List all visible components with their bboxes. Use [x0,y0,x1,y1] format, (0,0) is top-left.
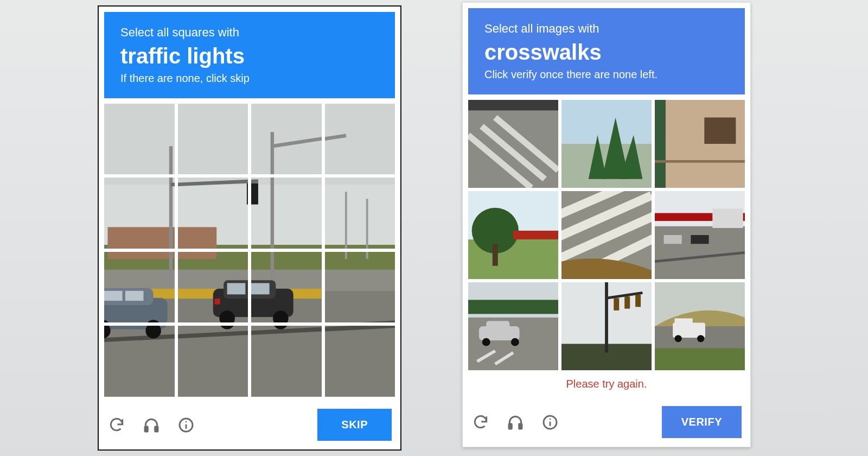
grid-tile[interactable] [178,178,248,249]
svg-rect-38 [561,100,652,144]
grid-tile[interactable] [251,104,322,175]
svg-point-32 [186,421,187,422]
svg-rect-28 [145,426,148,431]
header-instruction: Select all images with [484,21,729,36]
svg-rect-75 [624,296,630,308]
svg-rect-58 [664,235,682,244]
svg-rect-37 [468,100,558,110]
svg-rect-85 [519,423,522,428]
grid-tile[interactable] [468,282,558,370]
svg-rect-41 [655,100,666,188]
captcha-header: Select all images with crosswalks Click … [468,8,745,94]
grid-tile[interactable] [655,191,745,279]
grid-tile[interactable] [178,104,248,175]
grid-tile[interactable] [561,282,652,370]
captcha-panel-traffic-lights: Select all squares with traffic lights I… [98,5,401,451]
grid-tile[interactable] [325,178,395,249]
headphones-icon[interactable] [142,416,161,434]
captcha-footer: SKIP [104,403,395,444]
svg-rect-29 [155,426,158,431]
captcha-header: Select all squares with traffic lights I… [104,12,395,98]
grid-tile[interactable] [561,191,652,279]
headphones-icon[interactable] [506,413,525,432]
info-icon[interactable] [177,416,195,434]
header-subject: traffic lights [120,42,379,69]
header-subject: crosswalks [484,39,729,66]
svg-point-67 [511,338,519,346]
grid-tile[interactable] [655,100,745,188]
svg-point-83 [697,335,704,342]
svg-point-66 [482,338,490,346]
grid-tile[interactable] [178,326,248,397]
svg-point-82 [675,335,682,342]
header-subtext: If there are none, click skip [120,72,379,85]
svg-rect-81 [675,318,693,326]
svg-rect-74 [614,298,619,311]
svg-rect-65 [486,321,509,330]
captcha-footer: VERIFY [468,401,745,441]
grid-tile[interactable] [251,326,322,397]
grid-tile[interactable] [655,282,745,370]
grid-tile[interactable] [325,252,395,323]
info-icon[interactable] [541,413,559,432]
refresh-icon[interactable] [471,413,490,432]
grid-tile[interactable] [104,326,175,397]
grid-tile[interactable] [104,178,175,249]
svg-rect-79 [655,348,745,370]
svg-rect-48 [513,230,558,239]
grid-tile[interactable] [468,100,558,188]
grid-tile[interactable] [104,252,175,323]
grid-tile[interactable] [561,100,652,188]
svg-rect-42 [704,117,736,144]
error-message: Please try again. [468,378,745,390]
svg-rect-59 [691,235,709,244]
captcha-grid-4x4 [104,104,395,397]
captcha-panel-crosswalks: Select all images with crosswalks Click … [462,2,751,447]
grid-tile[interactable] [104,104,175,175]
svg-rect-57 [712,208,743,228]
verify-button[interactable]: VERIFY [662,406,742,438]
grid-tile[interactable] [325,104,395,175]
header-instruction: Select all squares with [120,25,379,40]
grid-tile[interactable] [468,191,558,279]
skip-button[interactable]: SKIP [317,409,392,441]
grid-tile[interactable] [178,252,248,323]
grid-tile[interactable] [325,326,395,397]
grid-tile[interactable] [251,252,322,323]
svg-rect-63 [468,300,558,314]
grid-tile[interactable] [251,178,322,249]
svg-rect-47 [493,244,498,266]
header-subtext: Click verify once there are none left. [484,68,729,81]
svg-point-88 [550,418,551,420]
captcha-grid-3x3 [468,100,745,370]
svg-rect-84 [509,423,512,428]
refresh-icon[interactable] [107,416,126,434]
svg-rect-76 [635,294,641,307]
